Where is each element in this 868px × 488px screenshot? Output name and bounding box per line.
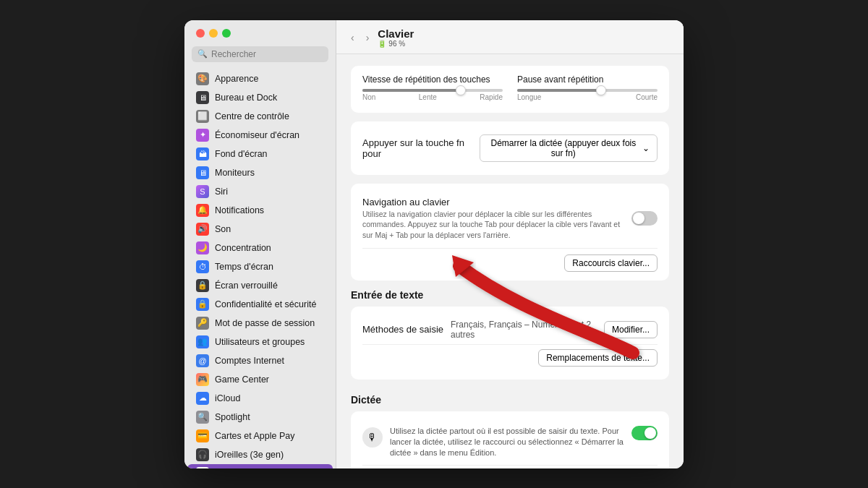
label-longue: Longue bbox=[517, 93, 541, 101]
methods-section: Méthodes de saisie Français, Français – … bbox=[351, 307, 669, 380]
fond-ecran-icon: 🏔 bbox=[196, 147, 209, 160]
label-lente: Lente bbox=[419, 93, 437, 101]
centre-controle-icon: ⬜ bbox=[196, 110, 209, 123]
key-repeat-labels: Non Lente Rapide bbox=[362, 93, 503, 101]
sidebar-item-ecran-verrouille[interactable]: 🔒 Écran verrouillé bbox=[187, 276, 333, 295]
sidebar-item-clavier[interactable]: ⌨ Clavier bbox=[187, 464, 333, 468]
page-title: Clavier bbox=[378, 27, 414, 40]
sidebar-item-label: Notifications bbox=[215, 205, 264, 215]
sidebar-item-ioreilles[interactable]: 🎧 iOreilles (3e gen) bbox=[187, 445, 333, 464]
content-area: Vitesse de répétition des touches Non Le… bbox=[336, 54, 684, 468]
sidebar-item-bureau-dock[interactable]: 🖥 Bureau et Dock bbox=[187, 88, 333, 107]
comptes-internet-icon: @ bbox=[196, 354, 209, 367]
forward-button[interactable]: › bbox=[363, 30, 373, 45]
dictee-note: Dictée traite de nombreuses saisies voca… bbox=[362, 465, 658, 468]
minimize-button[interactable] bbox=[209, 29, 218, 38]
dictee-toggle[interactable] bbox=[631, 426, 658, 440]
sidebar-item-label: Spotlight bbox=[215, 412, 250, 422]
siri-icon: S bbox=[196, 185, 209, 198]
fn-key-dropdown[interactable]: Démarrer la dictée (appuyer deux fois su… bbox=[480, 134, 658, 162]
key-repeat-group: Vitesse de répétition des touches Non Le… bbox=[362, 74, 503, 101]
methods-value: Français, Français – Numérique et 2 autr… bbox=[451, 320, 597, 340]
icloud-icon: ☁ bbox=[196, 392, 209, 405]
sidebar-item-label: Moniteurs bbox=[215, 168, 255, 178]
sidebar-item-centre-controle[interactable]: ⬜ Centre de contrôle bbox=[187, 107, 333, 126]
utilisateurs-icon: 👥 bbox=[196, 335, 209, 348]
text-entry-section: Entrée de texte Méthodes de saisie Franç… bbox=[351, 289, 669, 380]
sidebar-item-label: Écran verrouillé bbox=[215, 281, 278, 291]
fn-key-section: Appuyer sur la touche fn pour Démarrer l… bbox=[351, 121, 669, 175]
dictee-section: Dictée 🎙 Utilisez la dictée partout où i… bbox=[351, 394, 669, 468]
spotlight-icon: 🔍 bbox=[196, 411, 209, 424]
moniteurs-icon: 🖥 bbox=[196, 166, 209, 179]
back-button[interactable]: ‹ bbox=[348, 30, 357, 45]
sidebar-item-game-center[interactable]: 🎮 Game Center bbox=[187, 370, 333, 389]
sidebar: 🔍 🎨 Apparence 🖥 Bureau et Dock ⬜ Centre … bbox=[184, 20, 336, 468]
sidebar-item-utilisateurs[interactable]: 👥 Utilisateurs et groupes bbox=[187, 333, 333, 351]
key-repeat-fill bbox=[362, 89, 461, 92]
economiseur-icon: ✦ bbox=[196, 129, 209, 142]
pause-repeat-fill bbox=[517, 89, 601, 92]
bureau-dock-icon: 🖥 bbox=[196, 91, 209, 104]
pause-repeat-title: Pause avant répétition bbox=[517, 74, 658, 85]
main-panel: ‹ › Clavier 🔋 96 % Vitesse de répétition… bbox=[336, 20, 684, 468]
son-icon: 🔊 bbox=[196, 223, 209, 236]
sidebar-item-concentration[interactable]: 🌙 Concentration bbox=[187, 239, 333, 257]
ioreilles-icon: 🎧 bbox=[196, 448, 209, 461]
sidebar-item-cartes[interactable]: 💳 Cartes et Apple Pay bbox=[187, 427, 333, 445]
sidebar-item-economiseur[interactable]: ✦ Économiseur d'écran bbox=[187, 126, 333, 145]
keyboard-nav-row: Navigation au clavier Utilisez la naviga… bbox=[362, 192, 658, 245]
sidebar-item-comptes-internet[interactable]: @ Comptes Internet bbox=[187, 351, 333, 370]
search-icon: 🔍 bbox=[197, 49, 208, 59]
sidebar-item-label: Économiseur d'écran bbox=[215, 130, 299, 140]
sidebar-item-icloud[interactable]: ☁ iCloud bbox=[187, 389, 333, 408]
concentration-icon: 🌙 bbox=[196, 241, 209, 254]
sidebar-item-spotlight[interactable]: 🔍 Spotlight bbox=[187, 408, 333, 427]
search-box: 🔍 bbox=[192, 46, 328, 62]
battery-value: 96 % bbox=[388, 40, 405, 48]
sidebar-item-siri[interactable]: S Siri bbox=[187, 182, 333, 201]
main-window: 🔍 🎨 Apparence 🖥 Bureau et Dock ⬜ Centre … bbox=[184, 20, 684, 468]
sidebar-item-mot-passe[interactable]: 🔑 Mot de passe de session bbox=[187, 314, 333, 333]
notifications-icon: 🔔 bbox=[196, 204, 209, 217]
sidebar-item-label: Comptes Internet bbox=[215, 356, 284, 366]
microphone-icon: 🎙 bbox=[362, 427, 383, 448]
key-repeat-thumb[interactable] bbox=[456, 85, 466, 95]
traffic-lights bbox=[184, 29, 336, 46]
sliders-section: Vitesse de répétition des touches Non Le… bbox=[351, 66, 669, 113]
methods-button[interactable]: Modifier... bbox=[604, 321, 658, 338]
dictee-title: Dictée bbox=[351, 394, 669, 406]
keyboard-shortcuts-button[interactable]: Raccourcis clavier... bbox=[564, 254, 658, 272]
sidebar-item-apparence[interactable]: 🎨 Apparence bbox=[187, 69, 333, 88]
cartes-icon: 💳 bbox=[196, 429, 209, 442]
search-input[interactable] bbox=[211, 49, 323, 59]
sidebar-item-notifications[interactable]: 🔔 Notifications bbox=[187, 201, 333, 220]
dictee-box: 🎙 Utilisez la dictée partout où il est p… bbox=[351, 411, 669, 468]
dropdown-arrow-icon: ⌄ bbox=[642, 143, 650, 153]
sidebar-item-label: Fond d'écran bbox=[215, 149, 268, 159]
sidebar-item-moniteurs[interactable]: 🖥 Moniteurs bbox=[187, 163, 333, 182]
temps-ecran-icon: ⏱ bbox=[196, 260, 209, 273]
sidebar-item-label: iCloud bbox=[215, 393, 240, 403]
maximize-button[interactable] bbox=[222, 29, 231, 38]
sidebar-item-fond-ecran[interactable]: 🏔 Fond d'écran bbox=[187, 145, 333, 163]
close-button[interactable] bbox=[196, 29, 205, 38]
replacements-button[interactable]: Remplacements de texte... bbox=[538, 349, 658, 367]
key-repeat-track[interactable] bbox=[362, 89, 503, 92]
replacement-row: Remplacements de texte... bbox=[362, 344, 658, 371]
ecran-verrouille-icon: 🔒 bbox=[196, 279, 209, 292]
sidebar-item-confidentialite[interactable]: 🔒 Confidentialité et sécurité bbox=[187, 295, 333, 314]
pause-repeat-track[interactable] bbox=[517, 89, 658, 92]
pause-repeat-thumb[interactable] bbox=[596, 85, 606, 95]
methods-row: Méthodes de saisie Français, Français – … bbox=[362, 315, 658, 344]
keyboard-nav-toggle[interactable] bbox=[631, 211, 658, 226]
text-entry-title: Entrée de texte bbox=[351, 289, 669, 301]
slider-groups: Vitesse de répétition des touches Non Le… bbox=[362, 74, 658, 101]
game-center-icon: 🎮 bbox=[196, 373, 209, 386]
apparence-icon: 🎨 bbox=[196, 72, 209, 85]
sidebar-item-son[interactable]: 🔊 Son bbox=[187, 220, 333, 239]
sidebar-item-label: Bureau et Dock bbox=[215, 93, 277, 103]
sidebar-item-temps-ecran[interactable]: ⏱ Temps d'écran bbox=[187, 257, 333, 276]
keyboard-nav-title: Navigation au clavier bbox=[362, 197, 624, 207]
confidentialite-icon: 🔒 bbox=[196, 298, 209, 311]
